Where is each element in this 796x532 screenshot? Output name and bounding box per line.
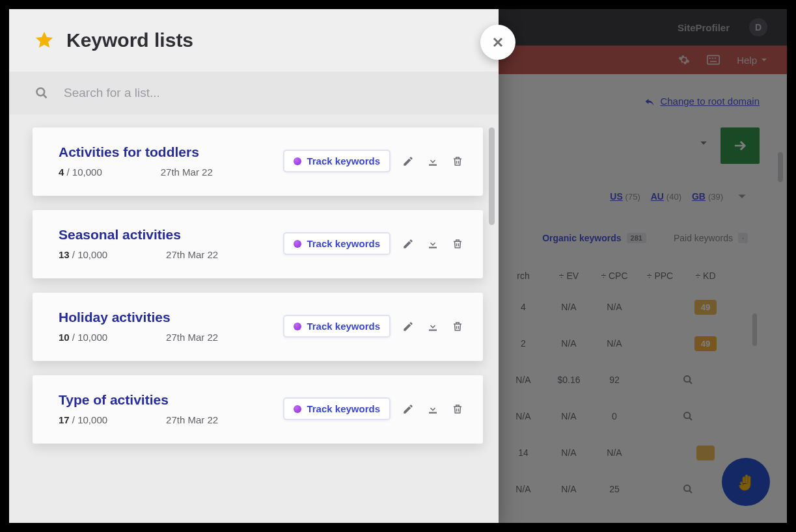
keyword-list-date: 27th Mar 22 xyxy=(166,332,218,343)
keyword-list-date: 27th Mar 22 xyxy=(166,249,218,260)
edit-button[interactable] xyxy=(401,319,415,334)
delete-button[interactable] xyxy=(450,402,465,416)
pencil-icon xyxy=(402,155,414,167)
keyword-list-count: 10 / 10,000 xyxy=(59,332,107,343)
download-button[interactable] xyxy=(426,154,440,168)
keyword-list-title[interactable]: Seasonal activities xyxy=(59,227,283,243)
modal-search-bar xyxy=(9,72,499,114)
track-dot-icon xyxy=(294,405,301,413)
download-icon xyxy=(427,238,439,250)
trash-icon xyxy=(452,155,463,167)
download-icon xyxy=(427,321,439,332)
track-keywords-button[interactable]: Track keywords xyxy=(283,232,391,255)
keyword-list-title[interactable]: Activities for toddlers xyxy=(59,144,283,160)
pencil-icon xyxy=(402,403,414,415)
modal-list-area: Activities for toddlers 4 / 10,000 27th … xyxy=(9,114,499,523)
edit-button[interactable] xyxy=(401,402,415,416)
track-keywords-button[interactable]: Track keywords xyxy=(283,315,391,338)
trash-icon xyxy=(452,238,463,250)
search-input[interactable] xyxy=(64,86,473,100)
svg-point-8 xyxy=(37,88,45,96)
track-dot-icon xyxy=(294,157,301,165)
keyword-list-title[interactable]: Type of activities xyxy=(59,392,283,408)
keyword-list-count: 17 / 10,000 xyxy=(59,414,107,425)
keyword-list-card: Holiday activities 10 / 10,000 27th Mar … xyxy=(33,293,483,361)
close-icon xyxy=(492,36,504,48)
trash-icon xyxy=(452,321,463,332)
modal-scrollbar[interactable] xyxy=(489,127,495,225)
delete-button[interactable] xyxy=(450,237,465,251)
star-icon xyxy=(34,30,55,51)
keyword-list-date: 27th Mar 22 xyxy=(166,414,218,425)
keyword-list-card: Seasonal activities 13 / 10,000 27th Mar… xyxy=(33,210,483,278)
download-icon xyxy=(427,403,439,415)
keyword-lists-modal: Keyword lists Activities for toddlers 4 … xyxy=(9,9,499,523)
edit-button[interactable] xyxy=(401,237,415,251)
search-icon xyxy=(35,86,48,100)
delete-button[interactable] xyxy=(450,319,465,334)
keyword-list-card: Activities for toddlers 4 / 10,000 27th … xyxy=(33,127,483,196)
delete-button[interactable] xyxy=(450,154,465,168)
modal-header: Keyword lists xyxy=(9,9,499,72)
track-dot-icon xyxy=(294,323,301,330)
trash-icon xyxy=(452,403,463,415)
keyword-list-card: Type of activities 17 / 10,000 27th Mar … xyxy=(33,375,483,444)
pencil-icon xyxy=(402,321,414,332)
keyword-list-date: 27th Mar 22 xyxy=(161,166,213,178)
download-icon xyxy=(427,155,439,167)
edit-button[interactable] xyxy=(401,154,415,168)
modal-title: Keyword lists xyxy=(66,29,193,51)
download-button[interactable] xyxy=(426,237,440,251)
download-button[interactable] xyxy=(426,402,440,416)
track-dot-icon xyxy=(294,240,301,248)
pencil-icon xyxy=(402,238,414,250)
keyword-list-count: 13 / 10,000 xyxy=(59,249,107,260)
keyword-list-title[interactable]: Holiday activities xyxy=(59,310,283,325)
keyword-list-count: 4 / 10,000 xyxy=(59,166,102,178)
close-button[interactable] xyxy=(480,25,515,60)
download-button[interactable] xyxy=(426,319,440,334)
track-keywords-button[interactable]: Track keywords xyxy=(283,397,391,420)
track-keywords-button[interactable]: Track keywords xyxy=(283,150,391,172)
